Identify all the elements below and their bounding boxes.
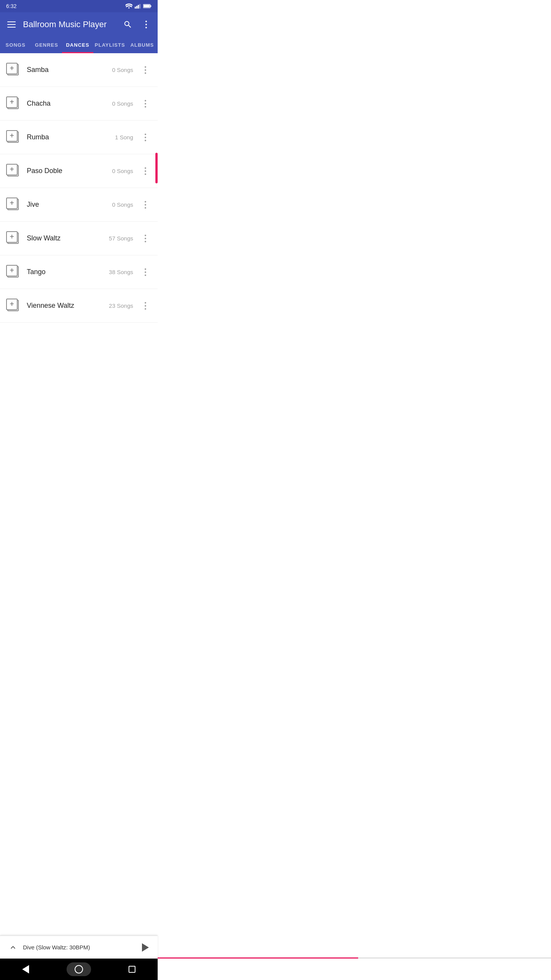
dance-more-button[interactable] xyxy=(139,196,152,213)
hamburger-icon xyxy=(7,21,16,28)
dance-song-count: 0 Songs xyxy=(112,100,133,107)
dance-more-button[interactable] xyxy=(139,264,152,281)
search-button[interactable] xyxy=(119,16,136,33)
app-bar: Ballroom Music Player xyxy=(0,12,158,37)
dance-item[interactable]: Chacha 0 Songs xyxy=(0,87,158,121)
more-vert-icon xyxy=(145,21,147,28)
menu-button[interactable] xyxy=(3,16,20,33)
add-to-playlist-icon[interactable] xyxy=(6,96,21,111)
dance-more-button[interactable] xyxy=(139,230,152,247)
add-to-playlist-icon[interactable] xyxy=(6,265,21,279)
add-to-playlist-icon[interactable] xyxy=(6,63,21,77)
dance-song-count: 38 Songs xyxy=(109,269,133,275)
tabs-bar: SONGS GENRES DANCES PLAYLISTS ALBUMS xyxy=(0,37,158,53)
dance-name: Rumba xyxy=(27,133,115,141)
back-button[interactable] xyxy=(15,959,36,980)
dance-name: Samba xyxy=(27,66,112,74)
more-options-button[interactable] xyxy=(138,16,155,33)
dance-item[interactable]: Viennese Waltz 23 Songs xyxy=(0,289,158,323)
add-to-playlist-icon[interactable] xyxy=(6,231,21,246)
dance-item[interactable]: Paso Doble 0 Songs xyxy=(0,154,158,188)
svg-rect-2 xyxy=(138,5,139,9)
dance-item[interactable]: Tango 38 Songs xyxy=(0,255,158,289)
dance-name: Tango xyxy=(27,268,109,276)
dance-more-button[interactable] xyxy=(139,95,152,112)
dance-song-count: 0 Songs xyxy=(112,168,133,174)
svg-rect-3 xyxy=(139,4,140,8)
search-icon xyxy=(123,20,132,29)
scroll-indicator xyxy=(155,153,158,183)
home-button[interactable] xyxy=(67,962,91,976)
svg-rect-0 xyxy=(135,7,136,9)
dance-more-button[interactable] xyxy=(139,62,152,78)
app-title: Ballroom Music Player xyxy=(23,20,119,29)
recents-button[interactable] xyxy=(121,959,143,980)
dance-item[interactable]: Samba 0 Songs xyxy=(0,53,158,87)
dance-item[interactable]: Rumba 1 Song xyxy=(0,121,158,154)
dance-name: Jive xyxy=(27,201,112,209)
recents-icon xyxy=(129,966,135,973)
dance-song-count: 57 Songs xyxy=(109,235,133,242)
add-to-playlist-icon[interactable] xyxy=(6,130,21,145)
dance-name: Paso Doble xyxy=(27,167,112,175)
svg-rect-1 xyxy=(136,6,137,8)
home-icon xyxy=(75,965,83,973)
dance-song-count: 0 Songs xyxy=(112,67,133,73)
status-icons xyxy=(126,3,152,9)
dance-list: Samba 0 Songs Chacha 0 Songs Rumba 1 Son… xyxy=(0,53,158,369)
dance-name: Slow Waltz xyxy=(27,234,109,242)
signal-icon xyxy=(135,3,141,9)
now-playing-title: Dive (Slow Waltz: 30BPM) xyxy=(23,944,138,951)
tab-songs[interactable]: SONGS xyxy=(0,37,31,53)
tab-genres[interactable]: GENRES xyxy=(31,37,62,53)
tab-playlists[interactable]: PLAYLISTS xyxy=(93,37,127,53)
wifi-icon xyxy=(126,3,132,9)
battery-icon xyxy=(143,3,152,9)
dance-more-button[interactable] xyxy=(139,163,152,180)
back-icon xyxy=(22,965,29,973)
app-bar-actions xyxy=(119,16,155,33)
add-to-playlist-icon[interactable] xyxy=(6,299,21,313)
tab-dances[interactable]: DANCES xyxy=(62,37,93,53)
tab-albums[interactable]: ALBUMS xyxy=(127,37,158,53)
add-to-playlist-icon[interactable] xyxy=(6,164,21,178)
now-playing-bar[interactable]: Dive (Slow Waltz: 30BPM) xyxy=(0,936,158,959)
dance-song-count: 23 Songs xyxy=(109,302,133,309)
svg-rect-5 xyxy=(150,5,151,7)
play-button[interactable] xyxy=(138,941,152,954)
add-to-playlist-icon[interactable] xyxy=(6,198,21,212)
dance-song-count: 0 Songs xyxy=(112,201,133,208)
dance-item[interactable]: Slow Waltz 57 Songs xyxy=(0,222,158,255)
status-time: 6:32 xyxy=(6,3,16,9)
dance-name: Viennese Waltz xyxy=(27,302,109,310)
expand-button[interactable] xyxy=(6,941,20,954)
dance-song-count: 1 Song xyxy=(115,134,133,140)
dance-name: Chacha xyxy=(27,100,112,108)
dance-item[interactable]: Jive 0 Songs xyxy=(0,188,158,222)
status-bar: 6:32 xyxy=(0,0,158,12)
dance-more-button[interactable] xyxy=(139,129,152,146)
play-icon xyxy=(142,943,149,952)
chevron-up-icon xyxy=(8,943,18,952)
svg-rect-6 xyxy=(143,5,150,7)
dance-more-button[interactable] xyxy=(139,297,152,314)
bottom-nav xyxy=(0,959,158,980)
